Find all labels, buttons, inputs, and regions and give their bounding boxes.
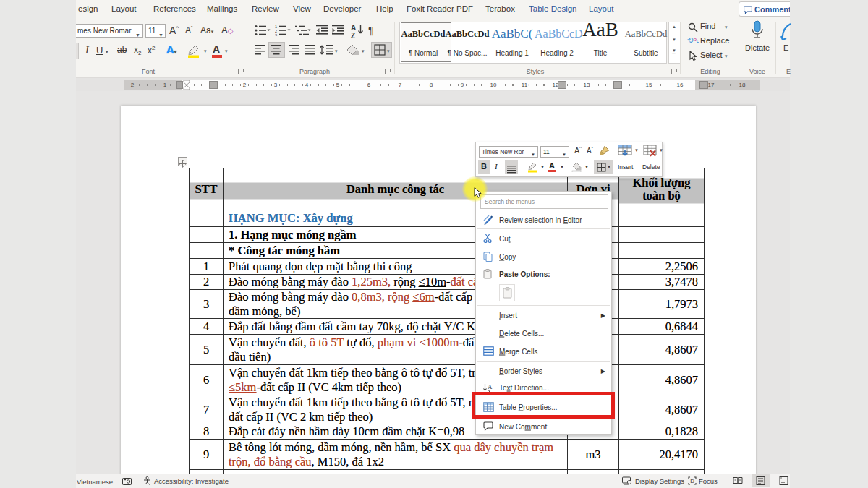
svg-text:3: 3 [275,33,277,37]
svg-text:D: D [690,478,694,484]
svg-text:A: A [488,383,493,390]
